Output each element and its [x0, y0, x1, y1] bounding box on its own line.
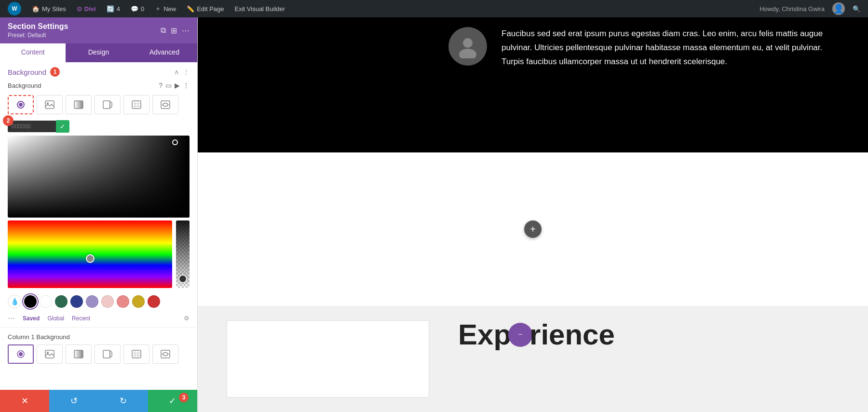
eyedropper-button[interactable]: 💧: [8, 295, 21, 308]
user-label: Howdy, Christina Gwira: [756, 3, 828, 14]
color-tab-saved[interactable]: Saved: [21, 314, 41, 323]
dark-section: Faucibus sed sed erat ipsum purus egesta…: [198, 17, 868, 152]
comments-button[interactable]: 🔄 4: [103, 3, 124, 14]
col1-bg-video-btn[interactable]: [95, 344, 121, 364]
dots-button[interactable]: ···: [8, 313, 15, 323]
swatch-purple-light[interactable]: [86, 295, 98, 308]
swatch-gold[interactable]: [132, 295, 145, 308]
image-icon: [45, 100, 54, 109]
desktop-icon[interactable]: ▭: [165, 82, 172, 89]
color-cursor: [172, 139, 178, 145]
exit-visual-builder-button[interactable]: Exit Visual Builder: [231, 3, 289, 14]
sidebar-title-group: Section Settings Preset: Default: [8, 22, 68, 39]
hue-slider[interactable]: [8, 220, 172, 288]
bg-mask-btn[interactable]: [152, 95, 178, 114]
save-button[interactable]: ✓ 3: [148, 390, 197, 412]
color-tabs-row: ··· Saved Global Recent ⚙: [0, 311, 197, 327]
row-more-icon[interactable]: ⋮: [183, 82, 190, 89]
arrow-icon[interactable]: ▶: [175, 82, 180, 89]
comment-count: 0: [141, 5, 144, 13]
hex-input[interactable]: [8, 121, 56, 132]
divi-button[interactable]: ⊙ Divi: [73, 3, 100, 14]
color-tab-global[interactable]: Global: [45, 314, 66, 323]
swatch-black[interactable]: [24, 295, 37, 308]
comment-count-button[interactable]: 💬 0: [127, 3, 148, 14]
wp-logo-button[interactable]: W: [4, 0, 25, 17]
bg-gradient-btn[interactable]: [66, 95, 92, 114]
hue-handle: [86, 254, 95, 263]
alpha-slider[interactable]: [176, 220, 190, 288]
background-section-header: Background 1 ∧ ⋮: [0, 62, 197, 80]
gradient-canvas[interactable]: [8, 136, 190, 218]
sidebar-preset[interactable]: Preset: Default: [8, 32, 68, 39]
plus-icon: ＋: [155, 4, 161, 13]
question-icon[interactable]: ?: [159, 82, 163, 89]
divi-label: Divi: [84, 5, 96, 13]
popout-icon[interactable]: ⧉: [161, 26, 166, 35]
badge-2: 2: [3, 115, 14, 126]
tab-content[interactable]: Content: [0, 43, 66, 62]
bg-video-btn[interactable]: [95, 95, 121, 114]
swatch-red[interactable]: [148, 295, 160, 308]
col1-bg-gradient-btn[interactable]: [66, 344, 92, 364]
col1-video-icon: [103, 350, 112, 358]
color-tab-recent[interactable]: Recent: [70, 314, 92, 323]
col1-bg-mask-btn[interactable]: [152, 344, 178, 364]
tab-design[interactable]: Design: [66, 43, 131, 62]
purple-dot: ···: [508, 323, 532, 347]
hex-confirm-button[interactable]: ✓: [56, 120, 69, 133]
undo-button[interactable]: ↺: [49, 390, 98, 412]
section-more-icon[interactable]: ⋮: [183, 68, 190, 76]
discard-button[interactable]: ✕: [0, 390, 49, 412]
bg-pattern-btn[interactable]: [123, 95, 149, 114]
col1-bg-image-btn[interactable]: [37, 344, 63, 364]
main-area: Section Settings Preset: Default ⧉ ⊞ ⋯ C…: [0, 17, 868, 412]
save-badge: 3: [179, 393, 189, 402]
collapse-icon[interactable]: ∧: [174, 68, 179, 76]
edit-page-label: Edit Page: [197, 5, 224, 13]
background-row-icons: ? ▭ ▶ ⋮: [159, 82, 190, 89]
bg-color-btn[interactable]: [8, 95, 34, 114]
col1-bg-pattern-btn[interactable]: [123, 344, 149, 364]
new-button[interactable]: ＋ New: [151, 2, 180, 15]
swatch-blue[interactable]: [70, 295, 83, 308]
gradient-bg: [8, 136, 190, 218]
tab-advanced[interactable]: Advanced: [132, 43, 197, 62]
dark-section-inner: Faucibus sed sed erat ipsum purus egesta…: [227, 27, 839, 69]
swatch-green[interactable]: [55, 295, 68, 308]
swatch-pink[interactable]: [117, 295, 129, 308]
color-settings-gear[interactable]: ⚙: [184, 315, 190, 322]
content-area: Faucibus sed sed erat ipsum purus egesta…: [198, 17, 868, 412]
col1-bg-color-btn[interactable]: [8, 344, 34, 364]
svg-point-26: [463, 38, 473, 48]
svg-rect-18: [103, 350, 110, 358]
more-icon[interactable]: ⋯: [182, 26, 190, 35]
bg-image-btn[interactable]: [37, 95, 63, 114]
background-title: Background: [8, 68, 46, 76]
sidebar: Section Settings Preset: Default ⧉ ⊞ ⋯ C…: [0, 17, 198, 412]
top-bar-left: W 🏠 My Sites ⊙ Divi 🔄 4 💬 0 ＋ New ✏️ Edi…: [4, 0, 289, 17]
tab-design-label: Design: [88, 48, 109, 56]
sidebar-header: Section Settings Preset: Default ⧉ ⊞ ⋯: [0, 17, 197, 43]
search-button[interactable]: 🔍: [849, 3, 864, 14]
dark-avatar: [448, 27, 487, 66]
top-bar: W 🏠 My Sites ⊙ Divi 🔄 4 💬 0 ＋ New ✏️ Edi…: [0, 0, 868, 17]
sidebar-title: Section Settings: [8, 22, 68, 31]
gradient-icon: [74, 100, 83, 109]
comments-icon: 🔄: [107, 5, 114, 13]
mysites-button[interactable]: 🏠 My Sites: [28, 3, 70, 14]
background-label: Background: [8, 82, 41, 89]
background-badge: 1: [50, 67, 60, 77]
hex-input-row: ✓: [8, 120, 190, 133]
expand-icon[interactable]: ⊞: [171, 26, 177, 35]
swatch-white[interactable]: [40, 295, 52, 308]
edit-page-button[interactable]: ✏️ Edit Page: [183, 3, 228, 14]
mysites-label: My Sites: [42, 5, 66, 13]
background-row: Background ? ▭ ▶ ⋮: [0, 80, 197, 93]
redo-button[interactable]: ↻: [99, 390, 148, 412]
add-section-button[interactable]: +: [524, 220, 542, 238]
col1-bg-section: Column 1 Background: [0, 327, 197, 368]
color-picker-area: 2 ✓: [8, 120, 190, 288]
gray-section: Exp ··· rience: [198, 306, 868, 412]
swatch-pink-light[interactable]: [101, 295, 114, 308]
